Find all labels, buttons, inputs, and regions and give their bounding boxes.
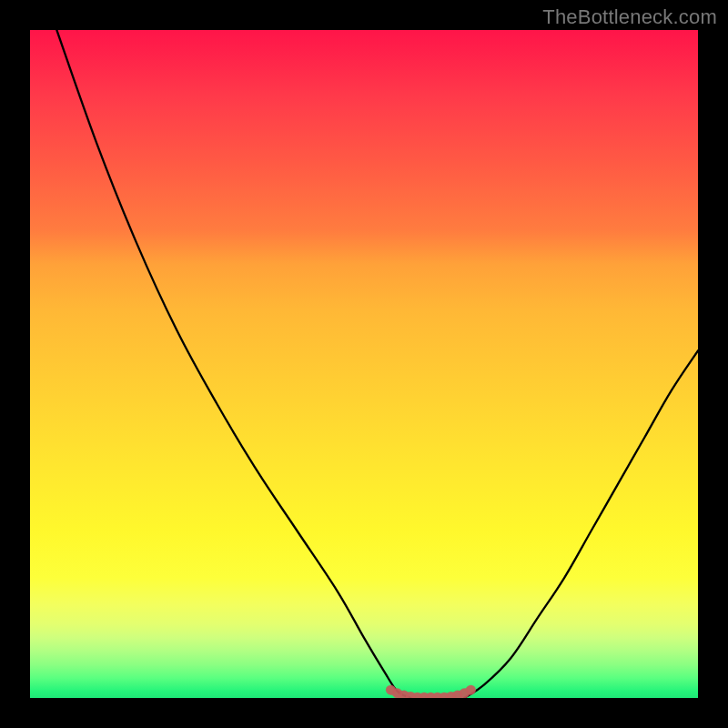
left-curve	[56, 30, 410, 698]
watermark-label: TheBottleneck.com	[542, 5, 717, 29]
plot-area	[30, 30, 698, 698]
right-curve	[464, 350, 698, 698]
minimum-marker	[466, 685, 476, 695]
curve-layer	[30, 30, 698, 698]
chart-frame: TheBottleneck.com	[0, 0, 728, 728]
